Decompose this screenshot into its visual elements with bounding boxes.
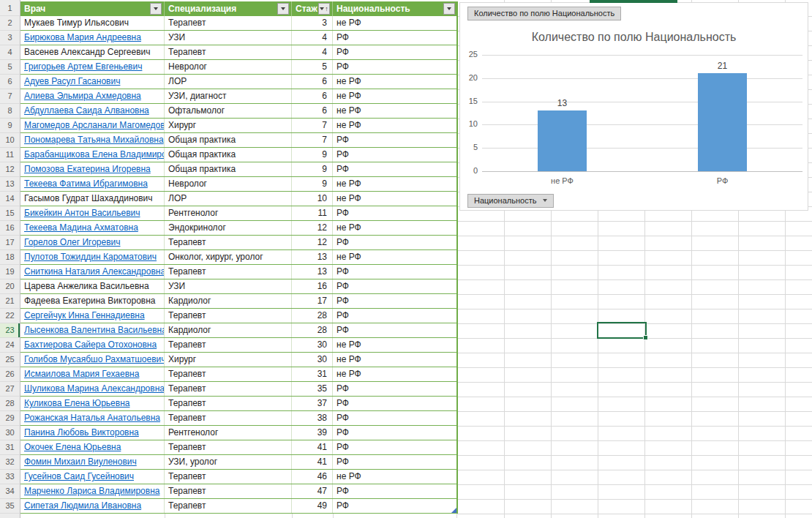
nationality-cell[interactable]: не РФ [333,470,457,484]
row-header[interactable]: 13 [0,177,20,192]
nationality-cell[interactable]: РФ [333,279,457,293]
experience-cell[interactable]: 9 [292,162,333,176]
row-header[interactable]: 2 [0,16,20,31]
experience-cell[interactable]: 6 [292,104,333,118]
experience-cell[interactable]: 35 [292,382,333,396]
specialization-cell[interactable]: Терапевт [165,265,292,279]
doctor-name-cell[interactable]: Фадеева Екатерина Викторовна [20,294,165,308]
specialization-cell[interactable]: Кардиолог [165,323,292,337]
row-header[interactable]: 1 [0,1,20,16]
doctor-name-link[interactable]: Гусейнов Саид Гусейнович [20,470,165,484]
specialization-cell[interactable]: Терапевт [165,470,292,484]
chart-bar[interactable] [698,73,747,171]
row-header[interactable]: 12 [0,162,20,177]
specialization-cell[interactable]: Эндокринолог [165,221,292,235]
nationality-cell[interactable]: не РФ [333,16,457,30]
nationality-cell[interactable]: не РФ [333,177,457,191]
specialization-cell[interactable]: Офтальмолог [165,104,292,118]
experience-cell[interactable]: 13 [292,265,333,279]
nationality-cell[interactable]: РФ [333,294,457,308]
specialization-cell[interactable]: УЗИ [165,279,292,293]
row-header[interactable]: 6 [0,75,20,89]
experience-cell[interactable]: 30 [292,353,333,367]
specialization-cell[interactable]: Рентгенолог [165,206,292,220]
experience-cell[interactable]: 4 [292,31,333,45]
experience-cell[interactable]: 4 [292,45,333,59]
doctor-name-link[interactable]: Лысенкова Валентина Васильевна [20,323,165,337]
nationality-cell[interactable]: РФ [333,382,457,396]
row-header[interactable]: 21 [0,294,20,309]
specialization-cell[interactable]: УЗИ [165,31,292,45]
experience-cell[interactable]: 47 [292,484,333,498]
row-header[interactable]: 29 [0,411,20,426]
fill-handle[interactable] [643,335,648,340]
doctor-name-link[interactable]: Сниткина Наталия Александровна [20,265,165,279]
experience-cell[interactable]: 41 [292,455,333,469]
experience-cell[interactable]: 7 [292,133,333,147]
nationality-cell[interactable]: РФ [333,484,457,498]
row-header[interactable]: 34 [0,484,20,499]
doctor-name-cell[interactable]: Царева Анжелика Васильевна [20,279,165,293]
pivot-axis-field-button[interactable]: Национальность [467,194,554,208]
nationality-cell[interactable]: РФ [333,206,457,220]
experience-cell[interactable]: 49 [292,499,333,513]
experience-cell[interactable]: 6 [292,89,333,103]
nationality-cell[interactable]: не РФ [333,119,457,132]
experience-cell[interactable]: 13 [292,250,333,264]
row-header[interactable]: 9 [0,119,20,133]
doctor-name-link[interactable]: Панина Любовь Викторовна [20,426,165,440]
nationality-cell[interactable]: РФ [333,440,457,454]
row-header[interactable]: 26 [0,367,20,382]
nationality-cell[interactable]: не РФ [333,353,457,367]
nationality-cell[interactable]: не РФ [333,250,457,264]
pivot-chart[interactable]: Количество по полю Национальность Количе… [459,2,808,211]
filter-button[interactable] [150,3,162,15]
nationality-cell[interactable]: РФ [333,499,457,513]
chart-bar[interactable] [538,110,587,171]
row-header[interactable]: 31 [0,440,20,455]
row-header[interactable]: 23 [0,323,20,338]
experience-cell[interactable]: 5 [292,60,333,74]
row-header[interactable]: 3 [0,31,20,45]
nationality-cell[interactable]: не РФ [333,367,457,381]
specialization-cell[interactable]: Рентгенолог [165,426,292,440]
experience-cell[interactable]: 6 [292,75,333,89]
doctor-name-link[interactable]: Помозова Екатерина Игоревна [20,162,165,176]
experience-cell[interactable]: 28 [292,323,333,337]
doctor-name-link[interactable]: Окочек Елена Юрьевна [20,440,165,454]
row-header[interactable]: 22 [0,309,20,323]
specialization-cell[interactable]: Невролог [165,60,292,74]
doctor-name-link[interactable]: Исмаилова Мария Гехаевна [20,367,165,381]
row-header[interactable]: 19 [0,265,20,279]
experience-cell[interactable]: 30 [292,338,333,352]
nationality-cell[interactable]: РФ [333,397,457,410]
nationality-cell[interactable]: не РФ [333,89,457,103]
pivot-value-field-button[interactable]: Количество по полю Национальность [467,7,621,20]
specialization-cell[interactable]: ЛОР [165,192,292,206]
row-header[interactable]: 32 [0,455,20,470]
doctor-name-link[interactable]: Сипетая Людмила Ивановна [20,499,165,513]
doctor-name-link[interactable]: Адуев Расул Гасанович [20,75,165,89]
specialization-cell[interactable]: Общая практика [165,133,292,147]
row-header[interactable]: 7 [0,89,20,104]
specialization-cell[interactable]: Невролог [165,177,292,191]
column-header-doctor[interactable]: Врач [20,1,165,16]
filter-button[interactable] [443,3,455,15]
row-header[interactable]: 33 [0,470,20,484]
filter-sort-button[interactable]: ↑ [318,3,330,15]
experience-cell[interactable]: 9 [292,177,333,191]
nationality-cell[interactable]: РФ [333,323,457,337]
experience-cell[interactable]: 16 [292,279,333,293]
specialization-cell[interactable]: Кардиолог [165,294,292,308]
doctor-name-cell[interactable]: Васенев Александр Сергеевич [20,45,165,59]
doctor-name-link[interactable]: Марченко Лариса Владимировна [20,484,165,498]
row-header[interactable]: 11 [0,148,20,162]
experience-cell[interactable]: 39 [292,426,333,440]
specialization-cell[interactable]: УЗИ, уролог [165,455,292,469]
doctor-name-link[interactable]: Голибов Мусаябшо Рахматшоевич [20,353,165,367]
row-header[interactable]: 10 [0,133,20,148]
specialization-cell[interactable]: Терапевт [165,440,292,454]
doctor-name-cell[interactable]: Гасымов Гудрат Шахаддинович [20,192,165,206]
experience-cell[interactable]: 11 [292,206,333,220]
row-header[interactable]: 14 [0,192,20,206]
